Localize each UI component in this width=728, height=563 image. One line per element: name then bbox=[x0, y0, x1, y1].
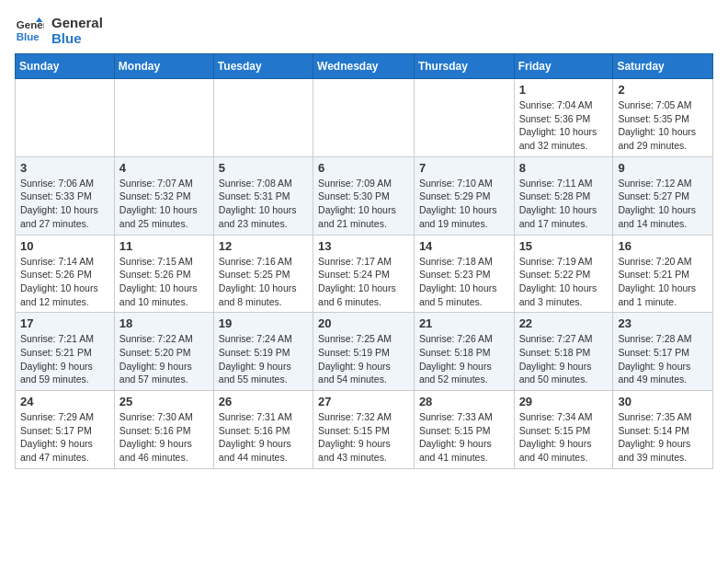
day-info: Sunrise: 7:32 AMSunset: 5:15 PMDaylight:… bbox=[318, 410, 409, 465]
calendar-table: SundayMondayTuesdayWednesdayThursdayFrid… bbox=[15, 53, 713, 469]
calendar-cell: 27Sunrise: 7:32 AMSunset: 5:15 PMDayligh… bbox=[313, 391, 415, 469]
calendar-week-2: 3Sunrise: 7:06 AMSunset: 5:33 PMDaylight… bbox=[16, 156, 713, 235]
calendar-cell: 7Sunrise: 7:10 AMSunset: 5:29 PMDaylight… bbox=[414, 156, 514, 235]
day-number: 2 bbox=[618, 83, 708, 97]
day-number: 28 bbox=[419, 395, 509, 408]
calendar-cell: 18Sunrise: 7:22 AMSunset: 5:20 PMDayligh… bbox=[114, 313, 213, 391]
logo: General Blue GeneralBlue bbox=[15, 15, 103, 46]
calendar-cell bbox=[16, 79, 115, 157]
day-number: 27 bbox=[318, 395, 409, 408]
day-number: 22 bbox=[519, 316, 609, 330]
calendar-cell: 20Sunrise: 7:25 AMSunset: 5:19 PMDayligh… bbox=[313, 313, 415, 391]
calendar-cell: 2Sunrise: 7:05 AMSunset: 5:35 PMDaylight… bbox=[613, 79, 713, 157]
weekday-header-wednesday: Wednesday bbox=[313, 54, 415, 79]
day-number: 8 bbox=[519, 161, 609, 175]
day-info: Sunrise: 7:24 AMSunset: 5:19 PMDaylight:… bbox=[219, 332, 308, 386]
calendar-cell: 9Sunrise: 7:12 AMSunset: 5:27 PMDaylight… bbox=[613, 156, 713, 235]
day-number: 4 bbox=[119, 161, 209, 175]
day-number: 9 bbox=[618, 161, 708, 175]
weekday-header-sunday: Sunday bbox=[16, 54, 115, 79]
day-info: Sunrise: 7:05 AMSunset: 5:35 PMDaylight:… bbox=[618, 98, 708, 153]
day-info: Sunrise: 7:33 AMSunset: 5:15 PMDaylight:… bbox=[419, 410, 509, 465]
day-info: Sunrise: 7:14 AMSunset: 5:26 PMDaylight:… bbox=[20, 255, 109, 309]
calendar-cell: 25Sunrise: 7:30 AMSunset: 5:16 PMDayligh… bbox=[114, 391, 213, 469]
day-info: Sunrise: 7:12 AMSunset: 5:27 PMDaylight:… bbox=[618, 177, 708, 231]
day-number: 12 bbox=[219, 239, 308, 253]
weekday-header-monday: Monday bbox=[114, 54, 213, 79]
weekday-header-friday: Friday bbox=[514, 54, 613, 79]
calendar-cell bbox=[114, 79, 213, 157]
day-number: 15 bbox=[519, 239, 609, 253]
day-info: Sunrise: 7:16 AMSunset: 5:25 PMDaylight:… bbox=[219, 255, 308, 309]
calendar-cell: 13Sunrise: 7:17 AMSunset: 5:24 PMDayligh… bbox=[313, 235, 415, 313]
day-info: Sunrise: 7:15 AMSunset: 5:26 PMDaylight:… bbox=[119, 255, 209, 309]
day-info: Sunrise: 7:17 AMSunset: 5:24 PMDaylight:… bbox=[318, 255, 409, 309]
day-info: Sunrise: 7:25 AMSunset: 5:19 PMDaylight:… bbox=[318, 332, 409, 386]
page-header: General Blue GeneralBlue bbox=[15, 15, 713, 46]
day-info: Sunrise: 7:11 AMSunset: 5:28 PMDaylight:… bbox=[519, 177, 609, 231]
day-info: Sunrise: 7:10 AMSunset: 5:29 PMDaylight:… bbox=[419, 177, 509, 231]
calendar-cell: 29Sunrise: 7:34 AMSunset: 5:15 PMDayligh… bbox=[514, 391, 613, 469]
calendar-body: 1Sunrise: 7:04 AMSunset: 5:36 PMDaylight… bbox=[16, 79, 713, 469]
logo-icon: General Blue bbox=[15, 16, 44, 45]
day-number: 24 bbox=[20, 395, 109, 408]
day-number: 14 bbox=[419, 239, 509, 253]
calendar-cell: 14Sunrise: 7:18 AMSunset: 5:23 PMDayligh… bbox=[414, 235, 514, 313]
day-info: Sunrise: 7:22 AMSunset: 5:20 PMDaylight:… bbox=[119, 332, 209, 386]
calendar-cell: 19Sunrise: 7:24 AMSunset: 5:19 PMDayligh… bbox=[213, 313, 313, 391]
day-info: Sunrise: 7:09 AMSunset: 5:30 PMDaylight:… bbox=[318, 177, 409, 231]
day-number: 16 bbox=[618, 239, 708, 253]
calendar-cell bbox=[313, 79, 415, 157]
calendar-cell: 12Sunrise: 7:16 AMSunset: 5:25 PMDayligh… bbox=[213, 235, 313, 313]
day-number: 5 bbox=[219, 161, 308, 175]
calendar-cell: 23Sunrise: 7:28 AMSunset: 5:17 PMDayligh… bbox=[613, 313, 713, 391]
weekday-header-saturday: Saturday bbox=[613, 54, 713, 79]
day-info: Sunrise: 7:29 AMSunset: 5:17 PMDaylight:… bbox=[20, 410, 109, 465]
calendar-cell: 6Sunrise: 7:09 AMSunset: 5:30 PMDaylight… bbox=[313, 156, 415, 235]
day-info: Sunrise: 7:30 AMSunset: 5:16 PMDaylight:… bbox=[119, 410, 209, 465]
day-info: Sunrise: 7:06 AMSunset: 5:33 PMDaylight:… bbox=[20, 177, 109, 231]
day-info: Sunrise: 7:35 AMSunset: 5:14 PMDaylight:… bbox=[618, 410, 708, 465]
calendar-cell: 11Sunrise: 7:15 AMSunset: 5:26 PMDayligh… bbox=[114, 235, 213, 313]
logo-text: GeneralBlue bbox=[51, 15, 103, 46]
calendar-week-5: 24Sunrise: 7:29 AMSunset: 5:17 PMDayligh… bbox=[16, 391, 713, 469]
day-number: 11 bbox=[119, 239, 209, 253]
day-info: Sunrise: 7:21 AMSunset: 5:21 PMDaylight:… bbox=[20, 332, 109, 386]
day-number: 26 bbox=[219, 395, 308, 408]
day-number: 25 bbox=[119, 395, 209, 408]
calendar-week-1: 1Sunrise: 7:04 AMSunset: 5:36 PMDaylight… bbox=[16, 79, 713, 157]
day-number: 17 bbox=[20, 316, 109, 330]
day-number: 7 bbox=[419, 161, 509, 175]
calendar-cell: 26Sunrise: 7:31 AMSunset: 5:16 PMDayligh… bbox=[213, 391, 313, 469]
calendar-week-4: 17Sunrise: 7:21 AMSunset: 5:21 PMDayligh… bbox=[16, 313, 713, 391]
day-number: 3 bbox=[20, 161, 109, 175]
weekday-header-thursday: Thursday bbox=[414, 54, 514, 79]
calendar-cell: 4Sunrise: 7:07 AMSunset: 5:32 PMDaylight… bbox=[114, 156, 213, 235]
calendar-cell: 5Sunrise: 7:08 AMSunset: 5:31 PMDaylight… bbox=[213, 156, 313, 235]
day-info: Sunrise: 7:27 AMSunset: 5:18 PMDaylight:… bbox=[519, 332, 609, 386]
day-number: 29 bbox=[519, 395, 609, 408]
day-info: Sunrise: 7:19 AMSunset: 5:22 PMDaylight:… bbox=[519, 255, 609, 309]
day-number: 1 bbox=[519, 83, 609, 97]
calendar-cell: 8Sunrise: 7:11 AMSunset: 5:28 PMDaylight… bbox=[514, 156, 613, 235]
day-info: Sunrise: 7:31 AMSunset: 5:16 PMDaylight:… bbox=[219, 410, 308, 465]
calendar-cell: 15Sunrise: 7:19 AMSunset: 5:22 PMDayligh… bbox=[514, 235, 613, 313]
day-number: 6 bbox=[318, 161, 409, 175]
day-number: 21 bbox=[419, 316, 509, 330]
day-number: 19 bbox=[219, 316, 308, 330]
weekday-header-tuesday: Tuesday bbox=[213, 54, 313, 79]
day-info: Sunrise: 7:34 AMSunset: 5:15 PMDaylight:… bbox=[519, 410, 609, 465]
calendar-cell: 28Sunrise: 7:33 AMSunset: 5:15 PMDayligh… bbox=[414, 391, 514, 469]
calendar-cell: 3Sunrise: 7:06 AMSunset: 5:33 PMDaylight… bbox=[16, 156, 115, 235]
day-info: Sunrise: 7:20 AMSunset: 5:21 PMDaylight:… bbox=[618, 255, 708, 309]
day-info: Sunrise: 7:26 AMSunset: 5:18 PMDaylight:… bbox=[419, 332, 509, 386]
day-number: 13 bbox=[318, 239, 409, 253]
svg-text:Blue: Blue bbox=[17, 31, 40, 42]
calendar-cell: 17Sunrise: 7:21 AMSunset: 5:21 PMDayligh… bbox=[16, 313, 115, 391]
calendar-cell: 21Sunrise: 7:26 AMSunset: 5:18 PMDayligh… bbox=[414, 313, 514, 391]
calendar-cell: 16Sunrise: 7:20 AMSunset: 5:21 PMDayligh… bbox=[613, 235, 713, 313]
calendar-cell bbox=[414, 79, 514, 157]
day-number: 18 bbox=[119, 316, 209, 330]
day-number: 10 bbox=[20, 239, 109, 253]
day-info: Sunrise: 7:07 AMSunset: 5:32 PMDaylight:… bbox=[119, 177, 209, 231]
